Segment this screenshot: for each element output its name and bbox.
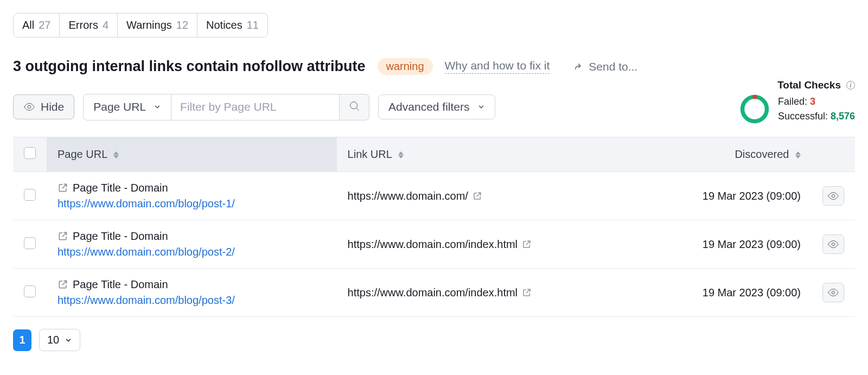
page-size-value: 10 (47, 334, 59, 346)
external-link-icon[interactable] (473, 191, 482, 201)
hide-label: Hide (41, 100, 64, 113)
col-link-url[interactable]: Link URL (337, 137, 637, 172)
failed-label: Failed: (778, 96, 807, 107)
page-title: Page Title - Domain (73, 182, 168, 194)
link-url: https://www.domain.com/ (348, 190, 468, 202)
advanced-filters-button[interactable]: Advanced filters (378, 94, 495, 119)
tab-count: 11 (247, 19, 259, 31)
col-discovered[interactable]: Discovered (637, 137, 812, 172)
col-label: Page URL (58, 148, 107, 160)
send-to-label: Send to... (589, 60, 637, 73)
row-checkbox[interactable] (24, 189, 36, 201)
eye-icon (827, 238, 839, 250)
page-current[interactable]: 1 (13, 329, 31, 351)
svg-point-2 (742, 97, 767, 122)
page-url-link[interactable]: https://www.domain.com/blog/post-2/ (58, 246, 326, 258)
successful-label: Successful: (778, 111, 828, 122)
checks-ring-icon (740, 94, 769, 124)
tab-count: 4 (103, 19, 108, 31)
tab-count: 27 (39, 19, 50, 31)
external-link-icon[interactable] (58, 279, 68, 290)
issue-title: 3 outgoing internal links contain nofoll… (13, 58, 366, 75)
tab-label: Notices (206, 19, 242, 31)
page-url-link[interactable]: https://www.domain.com/blog/post-3/ (58, 294, 326, 307)
view-button[interactable] (822, 186, 844, 206)
discovered-date: 19 Mar 2023 (09:00) (703, 287, 801, 298)
eye-icon (23, 101, 35, 113)
hide-button[interactable]: Hide (13, 94, 74, 119)
page-size-select[interactable]: 10 (39, 329, 80, 351)
select-all-checkbox[interactable] (24, 147, 36, 159)
filter-search-button[interactable] (340, 94, 369, 120)
filter-input-group: Page URL (83, 94, 369, 120)
tab-label: Errors (68, 19, 98, 31)
issues-table: Page URL Link URL Discovered Page Title … (13, 137, 855, 317)
eye-icon (827, 287, 839, 298)
view-button[interactable] (822, 234, 844, 254)
external-link-icon[interactable] (58, 231, 68, 241)
col-label: Discovered (735, 148, 789, 160)
total-checks-title: Total Checks (777, 79, 841, 91)
col-page-url[interactable]: Page URL (47, 137, 337, 172)
page-title: Page Title - Domain (73, 230, 168, 242)
sort-icon (398, 151, 404, 158)
failed-value: 3 (810, 96, 815, 107)
search-icon (348, 100, 360, 112)
total-checks-widget: Total Checks i Failed: 3 Successful: 8,5… (740, 79, 855, 124)
chevron-down-icon (477, 103, 485, 111)
tab-notices[interactable]: Notices 11 (197, 13, 268, 37)
successful-value: 8,576 (831, 111, 855, 122)
discovered-date: 19 Mar 2023 (09:00) (703, 190, 801, 202)
tab-warnings[interactable]: Warnings 12 (118, 13, 197, 37)
external-link-icon[interactable] (58, 182, 68, 193)
external-link-icon[interactable] (522, 239, 532, 249)
row-checkbox[interactable] (24, 237, 36, 249)
tab-errors[interactable]: Errors 4 (60, 13, 118, 37)
table-row: Page Title - Domainhttps://www.domain.co… (13, 269, 855, 317)
send-to-button[interactable]: Send to... (572, 60, 637, 73)
chevron-down-icon (65, 336, 72, 344)
sort-icon (113, 151, 119, 158)
how-to-fix-link[interactable]: Why and how to fix it (445, 59, 550, 74)
tab-count: 12 (176, 19, 188, 31)
tab-all[interactable]: All 27 (13, 13, 60, 37)
table-row: Page Title - Domainhttps://www.domain.co… (13, 220, 855, 269)
chevron-down-icon (154, 103, 161, 111)
link-url: https://www.domain.com/index.html (348, 238, 518, 250)
table-row: Page Title - Domainhttps://www.domain.co… (13, 172, 855, 220)
filter-input[interactable] (171, 94, 340, 120)
page-title: Page Title - Domain (73, 278, 168, 290)
eye-icon (827, 190, 839, 202)
link-url: https://www.domain.com/index.html (348, 287, 518, 298)
severity-badge: warning (378, 58, 433, 75)
view-button[interactable] (822, 283, 844, 302)
col-label: Link URL (348, 148, 392, 160)
tab-label: Warnings (126, 19, 172, 31)
share-icon (572, 61, 583, 72)
advanced-filters-label: Advanced filters (388, 100, 469, 113)
row-checkbox[interactable] (24, 285, 36, 297)
external-link-icon[interactable] (522, 288, 532, 297)
sort-icon (795, 151, 801, 158)
page-url-link[interactable]: https://www.domain.com/blog/post-1/ (58, 198, 326, 210)
issue-type-tabs: All 27 Errors 4 Warnings 12 Notices 11 (13, 13, 268, 37)
info-icon[interactable]: i (846, 81, 855, 90)
filter-field-select[interactable]: Page URL (83, 94, 171, 120)
tab-label: All (22, 19, 34, 31)
filter-field-label: Page URL (93, 100, 146, 113)
discovered-date: 19 Mar 2023 (09:00) (703, 238, 801, 250)
